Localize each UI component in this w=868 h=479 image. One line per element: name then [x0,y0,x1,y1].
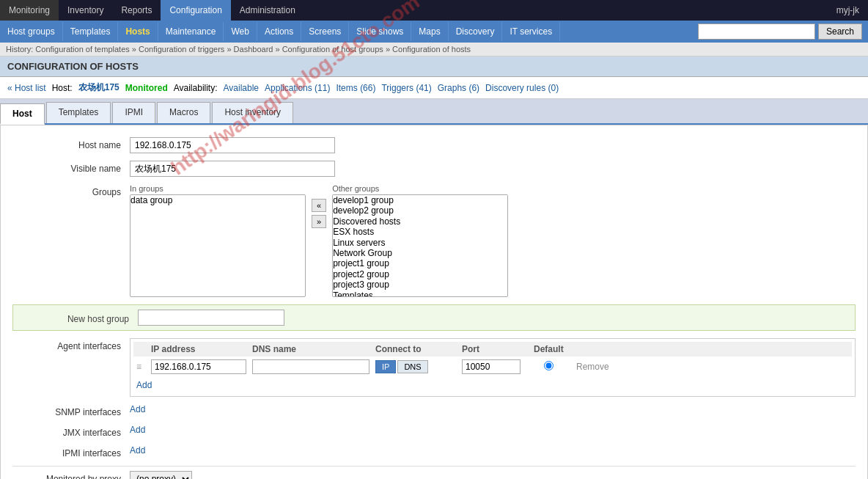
if-drag-header [136,344,145,354]
nav-discovery[interactable]: Discovery [449,22,503,41]
top-navigation: Monitoring Inventory Reports Configurati… [0,0,868,21]
top-nav-left: Monitoring Inventory Reports Configurati… [0,0,304,21]
default-header: Default [534,344,578,354]
nav-monitoring[interactable]: Monitoring [0,0,59,21]
jmx-interfaces-label: JMX interfaces [12,425,130,438]
agent-interfaces-label: Agent interfaces [12,338,130,351]
arrow-left-btn[interactable]: « [312,199,326,212]
page-title: CONFIGURATION OF HOSTS [0,56,868,77]
discovery-rules-link[interactable]: Discovery rules (0) [485,83,559,93]
availability-label: Availability: [174,83,218,93]
nav-web[interactable]: Web [224,22,257,41]
search-button[interactable]: Search [818,23,862,40]
tab-host[interactable]: Host [0,103,45,125]
visible-name-label: Visible name [12,161,130,174]
second-nav-links: Host groups Templates Hosts Maintenance … [0,22,560,41]
groups-row: Groups In groups data group « » Other gr… [12,184,856,297]
nav-templates[interactable]: Templates [63,22,119,41]
remove-text: Remove [576,362,620,372]
form-area: Host name Visible name Groups In groups … [0,125,868,479]
agent-interface-row: ≡ IP DNS Remove [133,356,852,377]
new-host-group-label: New host group [21,311,138,324]
nav-slide-shows[interactable]: Slide shows [349,22,411,41]
ipmi-interfaces-field: Add [130,445,856,456]
arrow-right-btn[interactable]: » [312,215,326,228]
agent-ip-input[interactable] [151,359,246,374]
snmp-interfaces-row: SNMP interfaces Add [12,404,856,417]
host-name-label: Host name [12,137,130,150]
new-host-group-row: New host group [12,304,856,331]
visible-name-input[interactable] [130,161,335,177]
agent-dns-input[interactable] [252,359,369,374]
nav-maintenance[interactable]: Maintenance [158,22,224,41]
host-name-row: Host name [12,137,856,153]
jmx-add-link[interactable]: Add [130,425,145,435]
ip-address-header: IP address [151,344,246,354]
tab-templates[interactable]: Templates [46,102,111,123]
triggers-link[interactable]: Triggers (41) [381,83,431,93]
items-link[interactable]: Items (66) [336,83,375,93]
other-groups-panel: Other groups develop1 groupdevelop2 grou… [332,184,508,297]
visible-name-row: Visible name [12,161,856,177]
second-navigation: Host groups Templates Hosts Maintenance … [0,21,868,43]
proxy-field: (no proxy) [130,471,856,479]
connect-to-header: Connect to [375,344,456,354]
new-host-group-input[interactable] [138,310,284,326]
connect-ip-btn[interactable]: IP [375,360,396,373]
ipmi-interfaces-label: IPMI interfaces [12,445,130,458]
drag-handle[interactable]: ≡ [136,362,145,372]
tab-host-inventory[interactable]: Host inventory [212,102,293,123]
breadcrumb: History: Configuration of templates » Co… [0,43,868,56]
host-name-input[interactable] [130,137,335,153]
monitored-badge: Monitored [125,83,168,93]
tabs-bar: Host Templates IPMI Macros Host inventor… [0,99,868,125]
nav-configuration[interactable]: Configuration [161,0,230,21]
dns-name-header: DNS name [252,344,369,354]
applications-link[interactable]: Applications (11) [265,83,330,93]
nav-inventory[interactable]: Inventory [59,0,112,21]
ipmi-add-link[interactable]: Add [130,445,145,456]
in-groups-list[interactable]: data group [130,194,306,297]
search-area: Search [692,21,868,43]
jmx-interfaces-field: Add [130,425,856,435]
default-radio[interactable] [544,361,553,370]
tab-ipmi[interactable]: IPMI [112,102,155,123]
nav-administration[interactable]: Administration [231,0,304,21]
proxy-select[interactable]: (no proxy) [130,471,192,479]
search-input[interactable] [698,23,815,40]
agent-add-link[interactable]: Add [136,380,152,390]
groups-label: Groups [12,184,130,197]
availability-value[interactable]: Available [224,83,259,93]
in-groups-panel: In groups data group [130,184,306,297]
nav-screens[interactable]: Screens [301,22,349,41]
nav-host-groups[interactable]: Host groups [0,22,63,41]
default-radio-cell [526,361,570,373]
proxy-row: Monitored by proxy (no proxy) [12,471,856,479]
connect-dns-btn[interactable]: DNS [397,360,427,373]
host-info-bar: « Host list Host: 农场机175 Monitored Avail… [0,77,868,99]
nav-actions[interactable]: Actions [257,22,301,41]
snmp-add-link[interactable]: Add [130,404,145,414]
agent-interfaces-field: IP address DNS name Connect to Port Defa… [130,338,856,397]
connect-to-buttons: IP DNS [375,360,456,373]
snmp-interfaces-label: SNMP interfaces [12,404,130,417]
host-name-field [130,137,856,153]
jmx-interfaces-row: JMX interfaces Add [12,425,856,438]
host-name-link[interactable]: 农场机175 [78,81,119,94]
nav-hosts[interactable]: Hosts [118,22,158,41]
proxy-label: Monitored by proxy [12,471,130,479]
agent-port-input[interactable] [462,359,521,374]
host-list-link[interactable]: « Host list [7,83,46,93]
groups-field: In groups data group « » Other groups de… [130,184,856,297]
nav-reports[interactable]: Reports [112,0,161,21]
other-groups-list[interactable]: develop1 groupdevelop2 groupDiscovered h… [332,194,508,297]
graphs-link[interactable]: Graphs (6) [438,83,479,93]
tab-macros[interactable]: Macros [157,102,210,123]
ipmi-interfaces-row: IPMI interfaces Add [12,445,856,458]
host-label: Host: [52,83,73,93]
visible-name-field [130,161,856,177]
other-groups-label: Other groups [332,184,508,193]
nav-it-services[interactable]: IT services [502,22,560,41]
nav-maps[interactable]: Maps [411,22,448,41]
logged-in-user: myj-jk [828,0,868,21]
